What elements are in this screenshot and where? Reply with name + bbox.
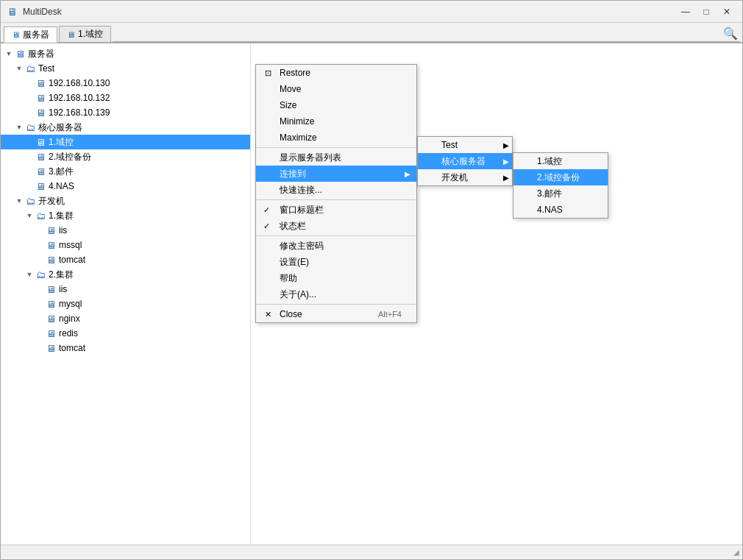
tree-item-iis1[interactable]: ▷ 🖥 iis xyxy=(1,223,250,238)
icon-cluster1: 🗂 xyxy=(35,210,46,221)
tree-item-cluster2[interactable]: ▼ 🗂 2.集群 xyxy=(1,267,250,282)
tree-item-backup[interactable]: ▷ 🖥 2.域控备份 xyxy=(1,149,250,164)
label-redis: redis xyxy=(59,328,78,339)
tree-item-cluster1[interactable]: ▼ 🗂 1.集群 xyxy=(1,208,250,223)
tree-item-tomcat2[interactable]: ▷ 🖥 tomcat xyxy=(1,341,250,355)
submenu-core: 1.域控 2.域控备份 3.邮件 4.NAS xyxy=(513,152,608,219)
separator-3 xyxy=(256,235,416,236)
menu-label-maximize: Maximize xyxy=(280,132,317,143)
statusbar: ◢ xyxy=(1,545,742,559)
icon-iis1: 🖥 xyxy=(45,224,57,236)
tree-item-mail[interactable]: ▷ 🖥 3.邮件 xyxy=(1,164,250,179)
menu-label-quickconnect: 快速连接... xyxy=(280,184,322,196)
tree-item-nginx[interactable]: ▷ 🖥 nginx xyxy=(1,311,250,326)
icon-tomcat2: 🖥 xyxy=(45,342,57,354)
connect-arrow-icon: ▶ xyxy=(405,170,410,178)
menu-item-settings[interactable]: 设置(E) xyxy=(256,254,416,270)
submenu-core-backup[interactable]: 2.域控备份 xyxy=(513,169,608,185)
label-core: 核心服务器 xyxy=(38,121,82,134)
tab-servers[interactable]: 🖥 服务器 xyxy=(4,26,57,43)
menu-label-move: Move xyxy=(280,84,301,94)
label-mssql: mssql xyxy=(59,240,82,250)
minimize-button[interactable]: — xyxy=(676,4,695,19)
tree: ▼ 🖥 服务器 ▼ 🗂 Test ▷ 🖥 192.168.10.130 ▷ xyxy=(1,46,250,355)
menu-item-connect[interactable]: 连接到 ▶ xyxy=(256,166,416,182)
label-cluster2: 2.集群 xyxy=(49,269,74,281)
label-ip3: 192.168.10.139 xyxy=(49,107,110,118)
tree-item-test[interactable]: ▼ 🗂 Test xyxy=(1,61,250,76)
menu-label-close: Close xyxy=(280,309,302,319)
test-arrow-icon: ▶ xyxy=(503,141,509,149)
label-mail: 3.邮件 xyxy=(49,166,74,178)
search-button[interactable]: 🔍 xyxy=(722,26,739,42)
toggle-test: ▼ xyxy=(14,63,24,74)
menu-item-move[interactable]: Move xyxy=(256,81,416,97)
tree-item-ip2[interactable]: ▷ 🖥 192.168.10.132 xyxy=(1,91,250,105)
toggle-root: ▼ xyxy=(4,49,14,59)
tree-item-nas[interactable]: ▷ 🖥 4.NAS xyxy=(1,179,250,194)
tree-item-ip3[interactable]: ▷ 🖥 192.168.10.139 xyxy=(1,105,250,120)
tree-item-redis[interactable]: ▷ 🖥 redis xyxy=(1,326,250,341)
tab-domain[interactable]: 🖥 1.域控 xyxy=(59,26,111,42)
menu-item-minimize[interactable]: Minimize xyxy=(256,113,416,130)
submenu-label-test: Test xyxy=(441,140,458,150)
menu-item-windowtitle[interactable]: ✓ 窗口标题栏 xyxy=(256,202,416,218)
check-statusbar: ✓ xyxy=(263,221,270,231)
menu-label-showlist: 显示服务器列表 xyxy=(280,152,341,164)
label-cluster1: 1.集群 xyxy=(49,210,74,222)
submenu-core-yukon[interactable]: 1.域控 xyxy=(513,153,608,169)
menu-item-help[interactable]: 帮助 xyxy=(256,270,416,286)
menu-item-changepwd[interactable]: 修改主密码 xyxy=(256,238,416,254)
tree-item-root[interactable]: ▼ 🖥 服务器 xyxy=(1,46,250,61)
icon-cluster2: 🗂 xyxy=(35,269,46,280)
menu-label-restore: Restore xyxy=(280,68,310,78)
icon-ip2: 🖥 xyxy=(35,92,46,104)
menu-item-close[interactable]: ✕ Close Alt+F4 xyxy=(256,306,416,322)
menu-item-statusbar[interactable]: ✓ 状态栏 xyxy=(256,218,416,234)
menu-item-maximize[interactable]: Maximize xyxy=(256,130,416,146)
tree-item-core[interactable]: ▼ 🗂 核心服务器 xyxy=(1,120,250,135)
app-window: 🖥 MultiDesk — □ ✕ 🖥 服务器 🖥 1.域控 🔍 xyxy=(0,0,743,560)
menu-label-about: 关于(A)... xyxy=(280,288,316,301)
menu-label-settings: 设置(E) xyxy=(280,256,309,269)
tree-item-yukon[interactable]: ▷ 🖥 1.域控 xyxy=(1,135,250,149)
icon-redis: 🖥 xyxy=(45,327,57,339)
tabbar-spacer xyxy=(113,26,722,42)
submenu-label-mail: 3.邮件 xyxy=(537,188,562,200)
menu-item-size[interactable]: Size xyxy=(256,97,416,113)
menu-item-restore[interactable]: ⊡ Restore xyxy=(256,65,416,81)
submenu-connect-core[interactable]: 核心服务器 ▶ xyxy=(418,153,512,169)
icon-iis2: 🖥 xyxy=(45,283,57,295)
tab-domain-icon: 🖥 xyxy=(67,30,75,39)
tree-item-ip1[interactable]: ▷ 🖥 192.168.10.130 xyxy=(1,76,250,91)
submenu-core-nas[interactable]: 4.NAS xyxy=(513,202,608,218)
submenu-connect-dev[interactable]: 开发机 ▶ xyxy=(418,169,512,185)
tree-item-tomcat1[interactable]: ▷ 🖥 tomcat xyxy=(1,252,250,267)
menu-item-about[interactable]: 关于(A)... xyxy=(256,286,416,302)
menu-label-size: Size xyxy=(280,100,296,110)
maximize-button[interactable]: □ xyxy=(697,4,716,19)
label-iis1: iis xyxy=(59,225,67,235)
icon-mail: 🖥 xyxy=(35,166,46,177)
submenu-label-backup: 2.域控备份 xyxy=(537,171,580,184)
label-tomcat2: tomcat xyxy=(59,343,85,353)
submenu-core-mail[interactable]: 3.邮件 xyxy=(513,185,608,202)
tree-item-dev[interactable]: ▼ 🗂 开发机 xyxy=(1,194,250,208)
sidebar: ▼ 🖥 服务器 ▼ 🗂 Test ▷ 🖥 192.168.10.130 ▷ xyxy=(1,43,251,545)
label-nas: 4.NAS xyxy=(49,181,74,191)
tree-item-mssql[interactable]: ▷ 🖥 mssql xyxy=(1,238,250,252)
menu-item-quickconnect[interactable]: 快速连接... xyxy=(256,182,416,198)
dev-arrow-icon: ▶ xyxy=(503,174,509,182)
tabbar: 🖥 服务器 🖥 1.域控 🔍 xyxy=(1,23,742,43)
menu-item-showlist[interactable]: 显示服务器列表 xyxy=(256,149,416,166)
submenu-connect-test[interactable]: Test ▶ xyxy=(418,137,512,153)
close-button[interactable]: ✕ xyxy=(717,4,736,19)
icon-nas: 🖥 xyxy=(35,180,46,192)
label-dev: 开发机 xyxy=(38,195,65,208)
separator-4 xyxy=(256,304,416,305)
tree-item-iis2[interactable]: ▷ 🖥 iis xyxy=(1,282,250,297)
tab-domain-label: 1.域控 xyxy=(78,28,103,40)
core-arrow-icon: ▶ xyxy=(503,157,509,166)
menu-label-changepwd: 修改主密码 xyxy=(280,240,324,252)
tree-item-mysql[interactable]: ▷ 🖥 mysql xyxy=(1,297,250,311)
